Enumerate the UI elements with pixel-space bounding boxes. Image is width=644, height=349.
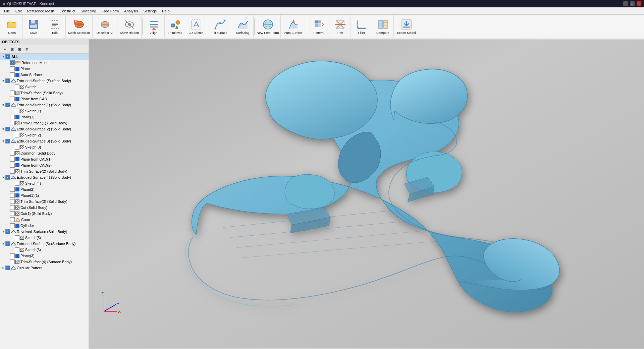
surfacing-button[interactable]: Surfacing	[232, 15, 254, 38]
checkbox-plane-cad-2[interactable]	[10, 163, 15, 168]
tree-item-extruded-2[interactable]: ▼ Extruded-Surface(1) (Solid Body)	[0, 102, 89, 108]
menu-item-free-form[interactable]: Free Form	[99, 7, 121, 15]
deselect-all-button[interactable]: Deselect All	[93, 15, 117, 38]
tree-item-circular-pattern[interactable]: ▷ Circular Pattern	[0, 265, 89, 271]
checkbox-sketch[interactable]	[15, 84, 19, 89]
2d-sketch-button[interactable]: 2D Sketch	[186, 15, 206, 38]
checkbox-cone[interactable]	[10, 217, 15, 222]
export-model-button[interactable]: Export Model	[394, 15, 419, 38]
checkbox-plane-cad-1[interactable]	[10, 157, 15, 162]
tree-item-plane-1-1[interactable]: ▷ Plane(1)(1)	[0, 192, 89, 198]
open-button[interactable]: Open	[1, 15, 23, 38]
tree-item-plane[interactable]: ▷ Plane	[0, 66, 89, 72]
tree-item-trim-surface-3[interactable]: ▷ Trim-Surface(3) (Solid Body)	[0, 198, 89, 205]
checkbox-extruded-2[interactable]	[5, 103, 10, 107]
checkbox-trim-1[interactable]	[10, 91, 15, 95]
checkbox-auto-surface[interactable]	[10, 72, 15, 77]
tree-item-cut[interactable]: ▷ Cut (Solid Body)	[0, 205, 89, 211]
tree-item-reference-mesh[interactable]: ▷ Reference Mesh	[0, 60, 89, 66]
tree-item-plane-2[interactable]: ▷ Plane(2)	[0, 186, 89, 192]
checkbox-sketch-5[interactable]	[15, 235, 19, 240]
menu-item-analysis[interactable]: Analysis	[121, 7, 141, 15]
tree-item-plane-1[interactable]: ▷ Plane(1)	[0, 114, 89, 120]
menu-item-edit[interactable]: Edit	[13, 7, 24, 15]
checkbox-extruded-1[interactable]	[5, 78, 10, 83]
checkbox-plane-2[interactable]	[10, 187, 15, 192]
sidebar-filter-button[interactable]: ⊞	[16, 46, 23, 53]
close-button[interactable]: ✕	[637, 1, 641, 6]
checkbox-plane-1[interactable]	[10, 115, 15, 119]
edit-button[interactable]: Edit	[44, 15, 66, 38]
pattern-button[interactable]: Pattern	[308, 15, 329, 38]
checkbox-plane[interactable]	[10, 66, 15, 71]
tree-item-sketch-3[interactable]: ▷ Sketch(3)	[0, 144, 89, 150]
tree-item-trim-surface-1[interactable]: ▷ Trim-Surface(1) (Solid Body)	[0, 120, 89, 126]
tree-item-sketch[interactable]: ▷ Sketch	[0, 84, 89, 90]
tree-item-common[interactable]: ▷ Common (Solid Body)	[0, 150, 89, 156]
sidebar-settings-button[interactable]: ⚙	[23, 46, 30, 53]
checkbox-extruded-4[interactable]	[5, 139, 10, 143]
show-hidden-button[interactable]: Show Hidden	[117, 15, 142, 38]
tree-item-plane-cad-1[interactable]: ▷ Plane from CAD(1)	[0, 156, 89, 162]
tree-item-extruded-5[interactable]: ▼ Extruded-Surface(4) (Solid Body)	[0, 174, 89, 180]
checkbox-extruded-6[interactable]	[5, 241, 10, 246]
menu-item-file[interactable]: File	[1, 7, 13, 15]
checkbox-extruded-5[interactable]	[5, 175, 10, 180]
tree-item-extruded-6[interactable]: ▼ Extruded-Surface(5) (Surface Body)	[0, 241, 89, 247]
checkbox-plane-3[interactable]	[10, 253, 15, 258]
checkbox-all[interactable]	[5, 54, 10, 59]
checkbox-sketch-1[interactable]	[15, 109, 19, 113]
tree-item-extruded-3[interactable]: ▼ Extruded-Surface(2) (Solid Body)	[0, 126, 89, 132]
tree-item-plane-cad[interactable]: ▷ Plane from CAD	[0, 96, 89, 102]
tree-item-sketch-2[interactable]: ▷ Sketch(2)	[0, 132, 89, 138]
minimize-button[interactable]: ─	[623, 1, 628, 6]
checkbox-sketch-2[interactable]	[15, 133, 19, 137]
maximize-button[interactable]: □	[630, 1, 635, 6]
tree-item-cut-1[interactable]: ▷ Cut(1) (Solid Body)	[0, 211, 89, 217]
tree-item-trim-surface-4[interactable]: ▷ Trim-Surface(4) (Surface Body)	[0, 259, 89, 265]
tree-item-plane-3[interactable]: ▷ Plane(3)	[0, 253, 89, 259]
tree-item-all[interactable]: ▼ ALL	[0, 54, 89, 60]
checkbox-trim-surface-4[interactable]	[10, 259, 15, 264]
sidebar-expand-button[interactable]: ≡	[1, 46, 8, 53]
checkbox-extruded-3[interactable]	[5, 127, 10, 131]
checkbox-ref-mesh[interactable]	[10, 60, 15, 65]
checkbox-sketch-3[interactable]	[15, 145, 19, 150]
align-button[interactable]: Align	[143, 15, 165, 38]
checkbox-trim-surface-2[interactable]	[10, 169, 15, 174]
sidebar-collapse-button[interactable]: ⊟	[9, 46, 15, 53]
checkbox-plane-1-1[interactable]	[10, 193, 15, 198]
checkbox-common[interactable]	[10, 151, 15, 156]
mesh-selection-button[interactable]: Mesh Selection	[66, 15, 93, 38]
checkbox-circular-pattern[interactable]	[5, 266, 10, 270]
menu-item-reference-mesh[interactable]: Reference Mesh	[24, 7, 57, 15]
checkbox-cut-1[interactable]	[10, 211, 15, 216]
checkbox-sketch-4[interactable]	[15, 181, 19, 186]
new-free-form-button[interactable]: New Free Form	[255, 15, 281, 38]
tree-item-trim-1[interactable]: ▷ Trim-Surface (Solid Body)	[0, 90, 89, 96]
tree-item-plane-cad-2[interactable]: ▷ Plane from CAD(2)	[0, 162, 89, 168]
auto-surface-button[interactable]: Auto Surface	[281, 15, 306, 38]
tree-item-trim-surface-2[interactable]: ▷ Trim-Surface(2) (Solid Body)	[0, 168, 89, 174]
tree-item-sketch-4[interactable]: ▷ Sketch(4)	[0, 180, 89, 186]
primitives-button[interactable]: Primitives	[165, 15, 186, 38]
checkbox-plane-cad[interactable]	[10, 97, 15, 101]
tree-item-sketch-5[interactable]: ▷ Sketch(5)	[0, 235, 89, 241]
checkbox-cylinder[interactable]	[10, 223, 15, 228]
tree-item-sketch-1[interactable]: ▷ Sketch(1)	[0, 108, 89, 114]
tree-item-revolved[interactable]: ▼ Revolved-Surface (Solid Body)	[0, 229, 89, 235]
viewport[interactable]: Y X Z	[89, 39, 644, 349]
menu-item-surfacing[interactable]: Surfacing	[78, 7, 99, 15]
menu-item-construct[interactable]: Construct	[57, 7, 78, 15]
fillet-button[interactable]: Fillet	[351, 15, 372, 38]
trim-button[interactable]: Trim	[329, 15, 351, 38]
tree-item-extruded-4[interactable]: ▼ Extruded-Surface(3) (Solid Body)	[0, 138, 89, 144]
save-button[interactable]: Save	[23, 15, 44, 38]
checkbox-revolved[interactable]	[5, 229, 10, 234]
checkbox-trim-surface-1[interactable]	[10, 121, 15, 125]
fit-surface-button[interactable]: Fit surface	[208, 15, 232, 38]
menu-item-settings[interactable]: Settings	[141, 7, 159, 15]
tree-item-cylinder[interactable]: ▷ Cylinder	[0, 223, 89, 229]
checkbox-sketch-6[interactable]	[15, 247, 19, 252]
checkbox-trim-surface-3[interactable]	[10, 199, 15, 204]
